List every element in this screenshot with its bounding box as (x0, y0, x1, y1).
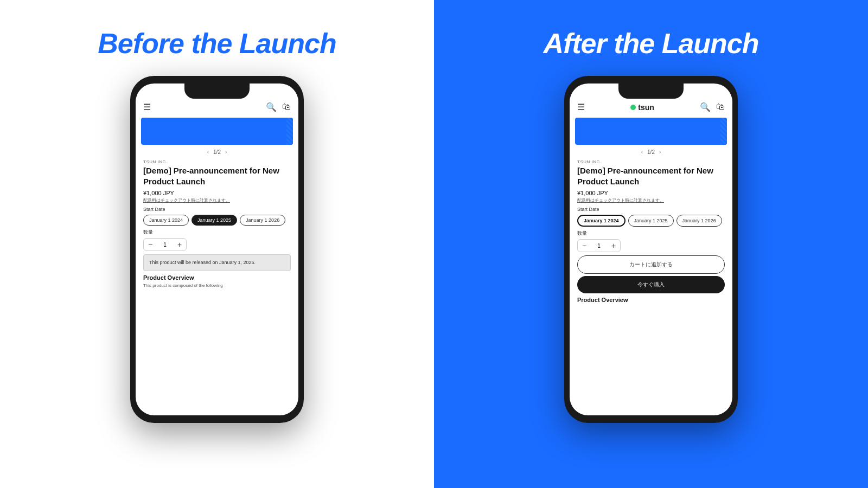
after-qty-label: 数量 (577, 230, 725, 237)
qty-value: 1 (157, 242, 173, 248)
date-btn-jan2025[interactable]: January 1 2025 (192, 215, 237, 226)
before-nav-bar: ☰ 🔍 🛍 (136, 99, 298, 115)
before-notice-text: This product will be released on January… (149, 260, 256, 265)
nav-icons-right: 🔍 🛍 (266, 102, 291, 112)
after-prev-arrow[interactable]: ‹ (641, 149, 643, 155)
buy-now-button[interactable]: 今すぐ購入 (577, 276, 725, 293)
after-date-btn-jan2025[interactable]: January 1 2025 (628, 215, 674, 227)
after-date-btn-jan2026[interactable]: January 1 2026 (676, 215, 722, 227)
after-phone-notch (618, 84, 684, 99)
before-notice-box: This product will be released on January… (143, 254, 291, 271)
after-qty-increase[interactable]: + (607, 240, 620, 252)
date-btn-jan2024[interactable]: January 1 2024 (143, 215, 189, 226)
after-price: ¥1,000 JPY (577, 190, 725, 196)
before-pagination: ‹ 1/2 › (136, 147, 298, 157)
after-phone-screen: ☰ tsun 🔍 🛍 (570, 84, 732, 415)
before-product-content: TSUN INC. [Demo] Pre-announcement for Ne… (136, 157, 298, 291)
before-qty-control: − 1 + (143, 238, 187, 251)
before-product-title: [Demo] Pre-announcement for New Product … (143, 165, 291, 187)
before-shipping: 配送料はチェックアウト時に計算されます。 (143, 197, 291, 203)
before-phone: ☰ 🔍 🛍 ‹ 1/2 › (130, 76, 304, 423)
before-price: ¥1,000 JPY (143, 190, 291, 196)
date-btn-jan2026[interactable]: January 1 2026 (240, 215, 285, 226)
after-pagination-text: 1/2 (647, 149, 655, 155)
before-section-text: This product is composed of the followin… (143, 282, 291, 288)
banner-stripe (286, 118, 293, 145)
after-start-date-label: Start Date (577, 207, 725, 212)
after-launch-panel: After the Launch ☰ tsun (434, 0, 868, 488)
after-quantity-section: 数量 − 1 + (577, 230, 725, 252)
before-vendor: TSUN INC. (143, 159, 291, 164)
qty-increase[interactable]: + (173, 239, 186, 251)
after-cart-icon[interactable]: 🛍 (716, 102, 725, 112)
after-product-title: [Demo] Pre-announcement for New Product … (577, 165, 725, 187)
add-to-cart-button[interactable]: カートに追加する (577, 255, 725, 274)
after-pagination: ‹ 1/2 › (570, 147, 732, 157)
after-menu-icon[interactable]: ☰ (577, 102, 585, 112)
before-quantity-section: 数量 − 1 + (143, 229, 291, 251)
after-next-arrow[interactable]: › (659, 149, 661, 155)
before-launch-panel: Before the Launch ☰ 🔍 🛍 (0, 0, 434, 488)
after-banner-stripe (720, 118, 727, 145)
prev-arrow[interactable]: ‹ (207, 149, 209, 155)
logo-text: tsun (638, 103, 654, 112)
after-product-content: TSUN INC. [Demo] Pre-announcement for Ne… (570, 157, 732, 307)
menu-icon[interactable]: ☰ (143, 102, 151, 112)
after-date-btn-jan2024[interactable]: January 1 2024 (577, 215, 626, 227)
after-section-heading: Product Overview (577, 297, 725, 303)
before-qty-label: 数量 (143, 229, 291, 236)
after-date-options: January 1 2024 January 1 2025 January 1 … (577, 215, 725, 227)
before-start-date-label: Start Date (143, 207, 291, 212)
after-qty-decrease[interactable]: − (578, 240, 591, 252)
after-search-icon[interactable]: 🔍 (700, 102, 711, 112)
before-screen-content: ☰ 🔍 🛍 ‹ 1/2 › (136, 84, 298, 415)
next-arrow[interactable]: › (225, 149, 227, 155)
after-nav-bar: ☰ tsun 🔍 🛍 (570, 99, 732, 115)
before-phone-screen: ☰ 🔍 🛍 ‹ 1/2 › (136, 84, 298, 415)
before-phone-wrapper: ☰ 🔍 🛍 ‹ 1/2 › (130, 76, 304, 423)
logo-dot (630, 105, 636, 110)
before-section-heading: Product Overview (143, 274, 291, 281)
qty-decrease[interactable]: − (144, 239, 157, 251)
after-vendor: TSUN INC. (577, 159, 725, 164)
after-nav-logo: tsun (630, 103, 654, 112)
before-launch-title: Before the Launch (98, 27, 336, 60)
after-phone-wrapper: ☰ tsun 🔍 🛍 (564, 76, 738, 423)
after-nav-icons-right: 🔍 🛍 (700, 102, 725, 112)
phone-notch (184, 84, 250, 99)
product-banner (141, 118, 293, 145)
after-qty-value: 1 (591, 243, 607, 249)
after-product-banner (575, 118, 727, 145)
search-icon[interactable]: 🔍 (266, 102, 277, 112)
after-shipping: 配送料はチェックアウト時に計算されます。 (577, 197, 725, 203)
after-phone: ☰ tsun 🔍 🛍 (564, 76, 738, 423)
before-date-options: January 1 2024 January 1 2025 January 1 … (143, 215, 291, 226)
pagination-text: 1/2 (213, 149, 221, 155)
cart-icon[interactable]: 🛍 (282, 102, 291, 112)
after-launch-title: After the Launch (543, 27, 758, 60)
after-qty-control: − 1 + (577, 239, 621, 252)
after-screen-content: ☰ tsun 🔍 🛍 (570, 84, 732, 415)
